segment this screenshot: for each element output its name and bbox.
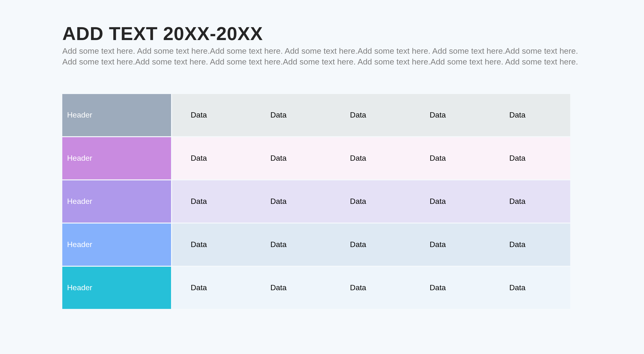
- page-title: ADD TEXT 20XX-20XX: [62, 24, 582, 44]
- data-cell: Data: [411, 267, 490, 309]
- table-row: Header Data Data Data Data Data: [62, 180, 570, 223]
- data-cell: Data: [411, 224, 490, 266]
- data-cell: Data: [331, 224, 411, 266]
- data-cell: Data: [411, 137, 490, 180]
- data-cell: Data: [491, 94, 570, 136]
- table-row: Header Data Data Data Data Data: [62, 137, 570, 180]
- row-body: Data Data Data Data Data: [172, 267, 570, 309]
- data-cell: Data: [172, 224, 252, 266]
- data-cell: Data: [331, 94, 411, 136]
- data-cell: Data: [411, 180, 490, 223]
- data-cell: Data: [331, 180, 411, 223]
- data-cell: Data: [331, 267, 411, 309]
- data-cell: Data: [331, 137, 411, 180]
- data-table: Header Data Data Data Data Data Header D…: [62, 94, 570, 309]
- data-cell: Data: [172, 180, 252, 223]
- row-body: Data Data Data Data Data: [172, 180, 570, 223]
- data-cell: Data: [411, 94, 490, 136]
- data-cell: Data: [172, 94, 252, 136]
- row-body: Data Data Data Data Data: [172, 224, 570, 266]
- data-cell: Data: [491, 224, 570, 266]
- data-cell: Data: [491, 137, 570, 180]
- row-header: Header: [62, 94, 171, 136]
- data-cell: Data: [491, 267, 570, 309]
- data-cell: Data: [252, 137, 331, 180]
- table-row: Header Data Data Data Data Data: [62, 94, 570, 136]
- data-cell: Data: [252, 94, 331, 136]
- data-cell: Data: [172, 137, 252, 180]
- row-header: Header: [62, 137, 171, 180]
- data-cell: Data: [491, 180, 570, 223]
- table-row: Header Data Data Data Data Data: [62, 224, 570, 266]
- row-header: Header: [62, 180, 171, 223]
- row-header: Header: [62, 224, 171, 266]
- row-header: Header: [62, 267, 171, 309]
- page-subtitle: Add some text here. Add some text here.A…: [62, 46, 582, 67]
- row-body: Data Data Data Data Data: [172, 94, 570, 136]
- data-cell: Data: [172, 267, 252, 309]
- table-row: Header Data Data Data Data Data: [62, 267, 570, 309]
- data-cell: Data: [252, 224, 331, 266]
- row-body: Data Data Data Data Data: [172, 137, 570, 180]
- data-cell: Data: [252, 267, 331, 309]
- data-cell: Data: [252, 180, 331, 223]
